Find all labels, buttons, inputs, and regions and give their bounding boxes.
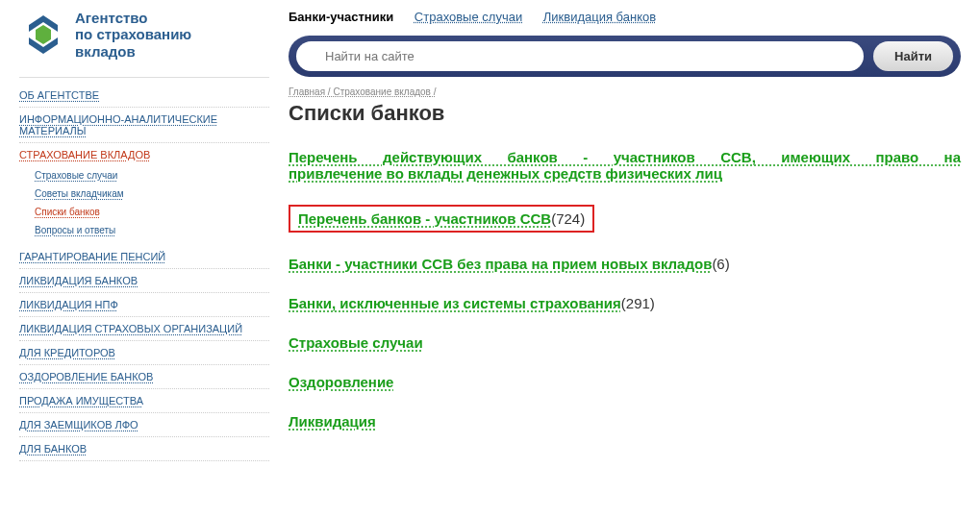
sidebar-liq-ins[interactable]: ЛИКВИДАЦИЯ СТРАХОВЫХ ОРГАНИЗАЦИЙ — [19, 317, 242, 340]
sidebar-materials[interactable]: ИНФОРМАЦИОННО-АНАЛИТИЧЕСКИЕ МАТЕРИАЛЫ — [19, 108, 269, 142]
sidebar-insurance[interactable]: СТРАХОВАНИЕ ВКЛАДОВ — [19, 143, 150, 166]
sidebar-liq-banks[interactable]: ЛИКВИДАЦИЯ БАНКОВ — [19, 269, 138, 292]
logo-text: Агентство по страхованию вкладов — [75, 10, 191, 60]
count-no-new: (6) — [712, 256, 729, 272]
logo-icon — [19, 11, 67, 59]
sidebar-pension[interactable]: ГАРАНТИРОВАНИЕ ПЕНСИЙ — [19, 245, 165, 268]
sidebar-property[interactable]: ПРОДАЖА ИМУЩЕСТВА — [19, 389, 143, 412]
link-no-new[interactable]: Банки - участники ССВ без права на прием… — [289, 256, 712, 272]
link-participants[interactable]: Перечень банков - участников ССВ — [298, 210, 551, 227]
link-full-list[interactable]: Перечень действующих банков - участников… — [289, 149, 961, 182]
sidebar-creditors[interactable]: ДЛЯ КРЕДИТОРОВ — [19, 341, 115, 364]
main-content: Перечень действующих банков - участников… — [289, 149, 961, 430]
link-liquidation[interactable]: Ликвидация — [289, 413, 376, 430]
breadcrumb-home[interactable]: Главная — [289, 86, 325, 97]
search-button[interactable]: Найти — [873, 41, 953, 71]
top-nav: Банки-участники Страховые случаи Ликвида… — [289, 10, 961, 24]
sidebar-about[interactable]: ОБ АГЕНТСТВЕ — [19, 84, 99, 107]
breadcrumb: Главная / Страхование вкладов / — [289, 86, 961, 97]
sidebar-liq-npf[interactable]: ЛИКВИДАЦИЯ НПФ — [19, 293, 118, 316]
highlight-box: Перечень банков - участников ССВ(724) — [289, 205, 594, 233]
topnav-liquidation[interactable]: Ликвидация банков — [543, 10, 656, 24]
count-participants: (724) — [551, 210, 585, 227]
search-input[interactable] — [296, 41, 864, 71]
sidebar-for-banks[interactable]: ДЛЯ БАНКОВ — [19, 437, 87, 460]
sidebar: ОБ АГЕНТСТВЕ ИНФОРМАЦИОННО-АНАЛИТИЧЕСКИЕ… — [19, 77, 269, 461]
topnav-cases[interactable]: Страховые случаи — [415, 10, 522, 24]
link-health[interactable]: Оздоровление — [289, 374, 393, 390]
sidebar-sub-cases[interactable]: Страховые случаи — [35, 166, 269, 185]
link-excluded[interactable]: Банки, исключенные из системы страховани… — [289, 295, 621, 311]
search-bar: Найти — [289, 36, 961, 77]
sidebar-sub-qa[interactable]: Вопросы и ответы — [35, 221, 269, 239]
breadcrumb-ins[interactable]: Страхование вкладов — [333, 86, 431, 97]
sidebar-health[interactable]: ОЗДОРОВЛЕНИЕ БАНКОВ — [19, 365, 153, 388]
sidebar-sub-advice[interactable]: Советы вкладчикам — [35, 185, 269, 203]
logo[interactable]: Агентство по страхованию вкладов — [19, 10, 269, 60]
link-cases[interactable]: Страховые случаи — [289, 334, 423, 351]
topnav-banks[interactable]: Банки-участники — [289, 10, 393, 24]
sidebar-sub-lists[interactable]: Списки банков — [35, 203, 269, 221]
count-excluded: (291) — [621, 295, 655, 311]
page-title: Списки банков — [289, 101, 961, 126]
sidebar-borrowers[interactable]: ДЛЯ ЗАЕМЩИКОВ ЛФО — [19, 413, 138, 436]
